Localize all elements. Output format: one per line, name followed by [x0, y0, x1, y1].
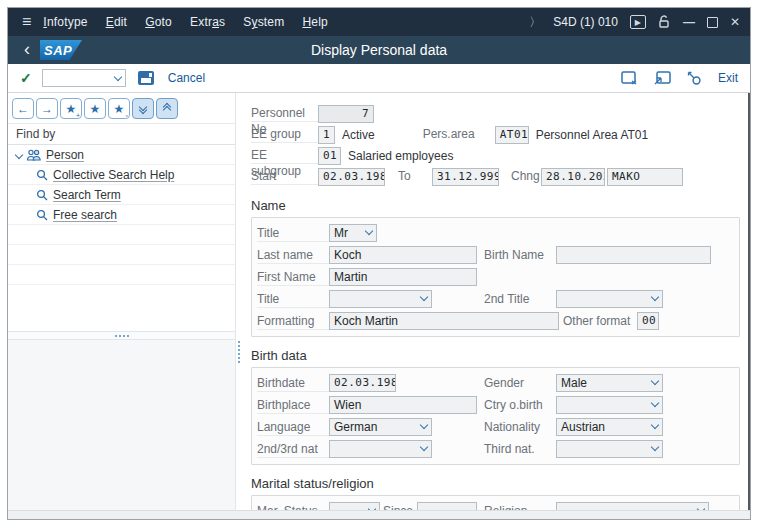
formatting-row: Formatting Koch Martin Other format 00: [257, 310, 734, 332]
vertical-scrollbar[interactable]: [748, 93, 750, 510]
collapse-all-button[interactable]: [132, 98, 154, 119]
expander-chevron-icon[interactable]: [15, 150, 23, 158]
language-dropdown[interactable]: German: [329, 418, 432, 436]
menu-accel: E: [106, 15, 114, 29]
add-favorite-button[interactable]: ★+: [60, 98, 82, 119]
vertical-splitter: [236, 93, 243, 510]
menu-text: s: [219, 15, 225, 29]
start-date-field[interactable]: 02.03.1980: [318, 168, 385, 186]
double-chevron-down-icon: [140, 104, 146, 113]
menu-accel: G: [145, 15, 155, 29]
religion-dropdown[interactable]: [556, 502, 709, 510]
person-group-icon: [26, 149, 41, 161]
title2-dropdown[interactable]: [329, 290, 432, 308]
tree-item-free-search[interactable]: Free search: [8, 205, 235, 225]
title-label: Title: [257, 225, 329, 242]
menu-help[interactable]: Help: [302, 15, 328, 29]
last-name-field[interactable]: Koch: [329, 246, 477, 264]
chevron-down-icon: [420, 293, 428, 301]
menu-accel: H: [302, 15, 311, 29]
to-date-field[interactable]: 31.12.9999: [432, 168, 499, 186]
chevron-down-icon: [420, 421, 428, 429]
menu-text: elp: [311, 15, 328, 29]
key-icon[interactable]: [687, 71, 702, 86]
formatting-field[interactable]: Koch Martin: [329, 312, 559, 330]
first-name-row: First Name Martin: [257, 266, 734, 288]
menubar-overflow-chevron-icon[interactable]: 〉: [529, 14, 541, 31]
birth-name-field[interactable]: [556, 246, 711, 264]
menu-accel: a: [212, 15, 219, 29]
marital-group-box: Mar. Status Since Religion No. children …: [251, 495, 740, 510]
third-nat-dropdown[interactable]: [556, 440, 663, 458]
menu-goto[interactable]: Goto: [145, 15, 172, 29]
maximize-button[interactable]: [707, 17, 718, 28]
expand-all-button[interactable]: [156, 98, 178, 119]
religion-label: Religion: [484, 503, 556, 511]
tree-node-person[interactable]: Person: [8, 145, 235, 165]
personnel-no-label: Personnel No: [251, 105, 318, 122]
start-label: Start: [251, 168, 318, 185]
chevron-down-icon: [651, 443, 659, 451]
title-value: Mr: [334, 226, 348, 240]
ee-subgroup-field[interactable]: 01: [318, 147, 341, 165]
chng-user-field[interactable]: MAKO: [607, 168, 683, 186]
close-button[interactable]: ✕: [730, 15, 740, 29]
favorites-button[interactable]: ★: [84, 98, 106, 119]
save-icon[interactable]: [138, 71, 154, 85]
birth-data-section-title: Birth data: [251, 348, 744, 363]
tree-item-collective-search-help[interactable]: Collective Search Help: [8, 165, 235, 185]
horizontal-splitter[interactable]: [8, 331, 235, 340]
unlock-icon[interactable]: [658, 15, 671, 29]
mar-status-dropdown[interactable]: [329, 502, 380, 510]
favorite-settings-button[interactable]: ★▫: [108, 98, 130, 119]
enter-button[interactable]: ✓: [20, 70, 32, 86]
chevron-down-icon: [651, 377, 659, 385]
create-shortcut-icon[interactable]: [654, 71, 671, 86]
tree-item-search-term[interactable]: Search Term: [8, 185, 235, 205]
panel-nav-buttons: ← → ★+ ★ ★▫: [8, 93, 235, 123]
cancel-button[interactable]: Cancel: [168, 71, 205, 85]
tree-node-label: Person: [46, 148, 84, 162]
hitlist-area: [8, 340, 235, 510]
ctry-birth-dropdown[interactable]: [556, 396, 663, 414]
search-tree: Person Collective Search Help Search Ter…: [8, 145, 235, 285]
splitter-drag-handle[interactable]: [238, 341, 240, 363]
since-field[interactable]: [417, 502, 477, 510]
nat23-dropdown[interactable]: [329, 440, 432, 458]
title-dropdown[interactable]: Mr: [329, 224, 377, 242]
menu-text: stem: [258, 15, 285, 29]
hamburger-icon[interactable]: ≡: [22, 13, 31, 31]
nav-forward-button[interactable]: →: [36, 98, 58, 119]
menu-edit[interactable]: Edit: [106, 15, 128, 29]
tree-item-label: Free search: [53, 208, 117, 222]
personnel-no-field[interactable]: 7: [318, 105, 374, 123]
chng-date-field[interactable]: 28.10.2021: [541, 168, 605, 186]
first-name-field[interactable]: Martin: [329, 268, 477, 286]
ee-subgroup-label: EE subgroup: [251, 147, 318, 164]
exit-button[interactable]: Exit: [718, 71, 738, 85]
tree-item-label: Collective Search Help: [53, 168, 174, 182]
name-section-title: Name: [251, 198, 744, 213]
birthdate-field[interactable]: 02.03.1980: [329, 374, 396, 392]
pers-area-field[interactable]: AT01: [495, 126, 529, 144]
second-title-dropdown[interactable]: [556, 290, 663, 308]
chevron-down-icon: [365, 227, 373, 235]
new-session-icon[interactable]: [621, 71, 638, 86]
nationality-dropdown[interactable]: Austrian: [556, 418, 663, 436]
gender-dropdown[interactable]: Male: [556, 374, 663, 392]
menu-system[interactable]: System: [243, 15, 284, 29]
gui-scripting-icon[interactable]: ▶: [630, 15, 646, 29]
nav-back-button[interactable]: ←: [12, 98, 34, 119]
chevron-down-icon: [651, 399, 659, 407]
menu-extras[interactable]: Extras: [190, 15, 225, 29]
command-field[interactable]: [42, 69, 126, 87]
other-format-field[interactable]: 00: [637, 312, 659, 330]
back-button[interactable]: ‹: [24, 40, 30, 58]
menu-infotype[interactable]: Infotype: [43, 15, 87, 29]
ee-group-field[interactable]: 1: [318, 126, 335, 144]
star-icon: ★: [90, 102, 101, 116]
menu-text: dit: [114, 15, 127, 29]
minimize-button[interactable]: —: [683, 15, 695, 29]
birthplace-field[interactable]: Wien: [329, 396, 477, 414]
chevron-down-icon: [651, 293, 659, 301]
